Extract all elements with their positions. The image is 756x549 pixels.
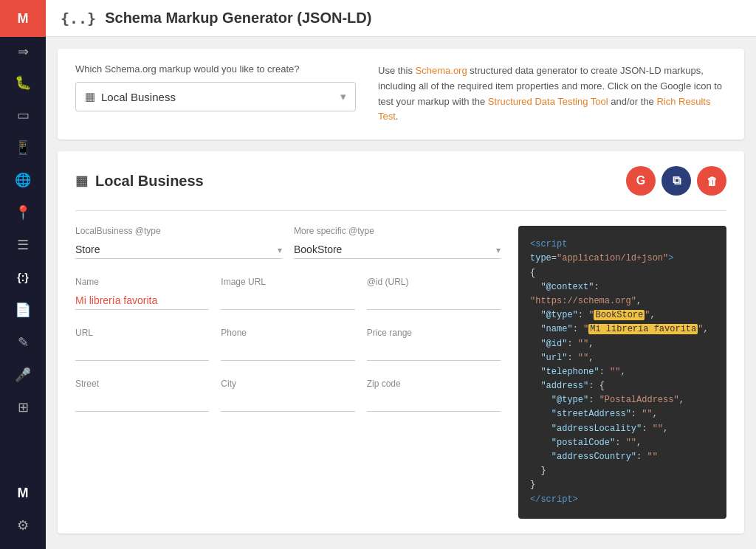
zip-label: Zip code	[367, 379, 501, 389]
topbar-icon: {..}	[61, 10, 96, 27]
name-label: Name	[75, 277, 209, 287]
schema-org-link[interactable]: Schema.org	[416, 65, 467, 76]
code-line-10: "@type": "PostalAddress",	[530, 393, 715, 407]
sidebar-item-edit[interactable]: ✎	[0, 326, 46, 359]
divider	[75, 210, 726, 211]
address-row: Street City Zip code	[75, 379, 501, 412]
arrow-icon: ⇒	[18, 44, 29, 60]
form-section: LocalBusiness @type Store ▾ More specifi…	[75, 226, 518, 519]
image-group: Image URL	[221, 277, 354, 310]
google-icon: G	[636, 174, 645, 187]
url-row: URL Phone Price range	[75, 328, 501, 361]
image-input[interactable]	[221, 291, 354, 310]
sidebar-item-monitor[interactable]: ▭	[0, 99, 46, 131]
sidebar-item-code[interactable]: {:}	[0, 261, 46, 294]
info-text: Use this Schema.org structured data gene…	[378, 63, 726, 125]
phone-group: Phone	[221, 328, 354, 361]
name-row: Name Image URL @id (URL)	[75, 277, 501, 310]
form-card-title: Local Business	[95, 173, 204, 190]
selector-label: Which Schema.org markup would you like t…	[75, 63, 356, 75]
document-icon: 📄	[15, 302, 31, 318]
code-line-17: </script>	[530, 493, 715, 507]
sidebar: M ⇒ 🐛 ▭ 📱 🌐 📍 ☰ {:} 📄 ✎ 🎤 ⊞ M ⚙	[0, 0, 46, 549]
code-line-4: "@type": "BookStore",	[530, 308, 715, 322]
sidebar-item-document[interactable]: 📄	[0, 294, 46, 326]
delete-button[interactable]: 🗑	[697, 166, 726, 196]
sidebar-toggle[interactable]: ⇒	[0, 37, 46, 66]
copy-icon: ⧉	[673, 174, 681, 187]
grid-icon: ⊞	[18, 399, 29, 415]
phone-label: Phone	[221, 328, 354, 338]
sidebar-settings[interactable]: ⚙	[0, 509, 46, 542]
info-mid2: and/or the	[608, 96, 657, 107]
logo-text: M	[18, 11, 29, 27]
sidebar-item-pin[interactable]: 📍	[0, 196, 46, 229]
trash-icon: 🗑	[707, 175, 718, 187]
image-label: Image URL	[221, 277, 354, 287]
id-input[interactable]	[367, 291, 501, 310]
code-line-9: "address": {	[530, 379, 715, 393]
info-before: Use this	[378, 65, 416, 76]
zip-group: Zip code	[367, 379, 501, 412]
monitor-icon: ▭	[17, 107, 30, 123]
code-braces-icon: {:}	[17, 272, 29, 283]
price-range-label: Price range	[367, 328, 501, 338]
city-input[interactable]	[221, 393, 354, 412]
specific-type-select-wrap: BookStore ▾	[294, 241, 501, 259]
type-row: LocalBusiness @type Store ▾ More specifi…	[75, 226, 501, 259]
price-range-group: Price range	[367, 328, 501, 361]
type-label: LocalBusiness @type	[75, 226, 282, 236]
sidebar-item-grid[interactable]: ⊞	[0, 391, 46, 424]
id-group: @id (URL)	[367, 277, 501, 310]
sidebar-item-globe[interactable]: 🌐	[0, 164, 46, 196]
bug-icon: 🐛	[15, 75, 31, 91]
street-input[interactable]	[75, 393, 209, 412]
list-icon: ☰	[17, 237, 29, 253]
sidebar-item-mic[interactable]: 🎤	[0, 359, 46, 391]
sidebar-bottom-m[interactable]: M	[0, 477, 46, 509]
url-group: URL	[75, 328, 209, 361]
code-line-14: "addressCountry": ""	[530, 450, 715, 464]
mic-icon: 🎤	[15, 367, 31, 383]
form-title-group: ▦ Local Business	[75, 173, 204, 190]
specific-type-group: More specific @type BookStore ▾	[294, 226, 501, 259]
sidebar-item-list[interactable]: ☰	[0, 229, 46, 261]
selector-card: Which Schema.org markup would you like t…	[58, 49, 744, 139]
sidebar-bottom: M ⚙	[0, 477, 46, 549]
specific-type-select[interactable]: BookStore	[294, 241, 501, 259]
dropdown-icon: ▦	[85, 90, 95, 103]
url-input[interactable]	[75, 342, 209, 361]
sidebar-item-mobile[interactable]: 📱	[0, 131, 46, 164]
pin-icon: 📍	[15, 204, 31, 221]
m-icon: M	[18, 486, 29, 501]
name-input[interactable]	[75, 291, 209, 310]
schema-selector-group: Which Schema.org markup would you like t…	[75, 63, 356, 111]
main-content: {..} Schema Markup Generator (JSON-LD) W…	[46, 0, 756, 549]
logo[interactable]: M	[0, 0, 46, 37]
sidebar-item-bug[interactable]: 🐛	[0, 66, 46, 99]
price-range-input[interactable]	[367, 342, 501, 361]
code-line-3: "@context": "https://schema.org",	[530, 280, 715, 308]
action-buttons: G ⧉ 🗑	[626, 166, 726, 196]
zip-input[interactable]	[367, 393, 501, 412]
form-card: ▦ Local Business G ⧉ 🗑	[58, 151, 744, 534]
street-label: Street	[75, 379, 209, 389]
google-test-button[interactable]: G	[626, 166, 656, 196]
code-line-16: }	[530, 478, 715, 492]
copy-button[interactable]: ⧉	[662, 166, 691, 196]
street-group: Street	[75, 379, 209, 412]
structured-data-link[interactable]: Structured Data Testing Tool	[488, 96, 608, 107]
code-line-6: "@id": "",	[530, 337, 715, 351]
code-line-12: "addressLocality": "",	[530, 422, 715, 436]
local-business-type-select[interactable]: Store	[75, 241, 282, 259]
code-line-5: "name": "Mi librería favorita",	[530, 322, 715, 336]
code-line-1: <script type="application/ld+json">	[530, 238, 715, 266]
code-line-8: "telephone": "",	[530, 365, 715, 379]
phone-input[interactable]	[221, 342, 354, 361]
code-output: <script type="application/ld+json"> { "@…	[518, 226, 726, 519]
code-line-15: }	[530, 464, 715, 478]
schema-type-dropdown[interactable]: ▦ Local Business ▾	[75, 82, 356, 111]
type-select-wrap: Store ▾	[75, 241, 282, 259]
dropdown-value: Local Business	[101, 91, 340, 103]
code-line-13: "postalCode": "",	[530, 436, 715, 450]
